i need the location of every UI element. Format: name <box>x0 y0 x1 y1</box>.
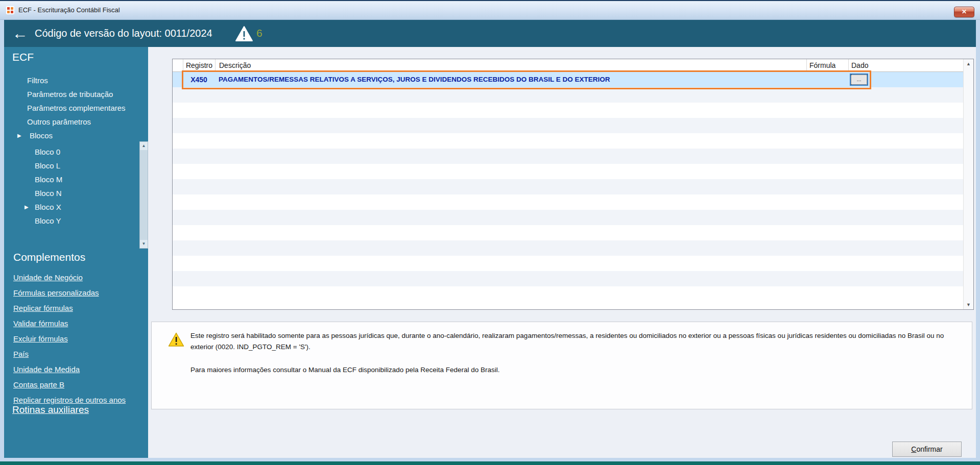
warning-count-badge: 6 <box>256 20 262 46</box>
confirm-button[interactable]: Confirmar <box>892 442 962 457</box>
sidebar-item-label: Parâmetros de tributação <box>27 90 113 99</box>
row-registro: X450 <box>183 72 215 87</box>
sidebar-item-label: Blocos <box>30 131 53 140</box>
app-logo-icon <box>6 6 14 14</box>
tree-expand-icon[interactable]: ▶ <box>17 129 21 142</box>
sidebar-link-unidade-de-neg-cio[interactable]: Unidade de Negócio <box>13 270 146 285</box>
sidebar-link-replicar-f-rmulas[interactable]: Replicar fórmulas <box>13 301 146 316</box>
sidebar-link-contas-parte-b[interactable]: Contas parte B <box>13 377 146 393</box>
table-row-empty[interactable] <box>173 87 963 103</box>
sidebar-item-label: Bloco L <box>35 161 60 170</box>
row-descricao: PAGAMENTOS/REMESSAS RELATIVOS A SERVIÇOS… <box>219 72 958 87</box>
sidebar-link-validar-f-rmulas[interactable]: Validar fórmulas <box>13 316 146 331</box>
sidebar-title: ECF <box>12 51 34 63</box>
back-arrow-icon[interactable]: ← <box>12 22 28 45</box>
window-title: ECF - Escrituração Contábil Fiscal <box>18 1 120 19</box>
scroll-up-icon[interactable]: ▲ <box>964 59 973 68</box>
table-row-empty[interactable] <box>173 286 963 302</box>
sidebar-item-bloco-n[interactable]: Bloco N <box>4 186 148 200</box>
main-panel: Registro Descrição Fórmula Dado X450 PAG… <box>148 47 976 458</box>
sidebar-item-label: Outros parâmetros <box>27 117 91 126</box>
table-row-empty[interactable] <box>173 194 963 210</box>
sidebar-link-pa-s[interactable]: País <box>13 347 146 362</box>
tree-expand-icon[interactable]: ▶ <box>25 200 29 214</box>
sidebar-item-bloco-0[interactable]: Bloco 0 <box>4 145 148 159</box>
table-row-empty[interactable] <box>173 225 963 240</box>
table-row-empty[interactable] <box>173 133 963 149</box>
scroll-up-icon[interactable]: ▲ <box>140 142 148 150</box>
sidebar-item-par-metros-complementares[interactable]: Parâmetros complementares <box>4 101 148 115</box>
sidebar-item-label: Bloco 0 <box>35 148 60 156</box>
table-row-selected[interactable]: X450 PAGAMENTOS/REMESSAS RELATIVOS A SER… <box>173 72 963 87</box>
grid-header-dado[interactable]: Dado <box>848 59 964 71</box>
application-window: ECF - Escrituração Contábil Fiscal ✕ ← C… <box>0 0 980 465</box>
grid-header: Registro Descrição Fórmula Dado <box>173 59 963 72</box>
warning-triangle-icon[interactable] <box>235 26 253 44</box>
info-paragraph-2: Para maiores informações consultar o Man… <box>190 364 959 376</box>
table-row-empty[interactable] <box>173 103 963 118</box>
sidebar-item-label: Bloco X <box>35 203 61 211</box>
table-row-empty[interactable] <box>173 118 963 133</box>
sidebar-link-unidade-de-medida[interactable]: Unidade de Medida <box>13 362 146 377</box>
complements-heading: Complementos <box>13 251 85 263</box>
table-row-empty[interactable] <box>173 164 963 179</box>
sidebar-item-label: Bloco Y <box>35 216 61 225</box>
info-text: Este registro será habilitado somente pa… <box>190 330 959 376</box>
close-icon: ✕ <box>962 8 967 15</box>
sidebar-item-bloco-y[interactable]: Bloco Y <box>4 214 148 228</box>
sidebar-links: Unidade de NegócioFórmulas personalizada… <box>13 270 146 408</box>
table-row-empty[interactable] <box>173 271 963 286</box>
sidebar: ECF FiltrosParâmetros de tributaçãoParâm… <box>4 47 148 458</box>
sidebar-item-filtros[interactable]: Filtros <box>4 74 148 87</box>
grid-header-registro[interactable]: Registro <box>183 59 215 71</box>
info-paragraph-1: Este registro será habilitado somente pa… <box>190 330 959 352</box>
sidebar-item-label: Parâmetros complementares <box>27 104 126 112</box>
grid-body: X450 PAGAMENTOS/REMESSAS RELATIVOS A SER… <box>173 72 963 309</box>
dado-ellipsis-button[interactable]: ... <box>850 74 868 86</box>
records-grid: Registro Descrição Fórmula Dado X450 PAG… <box>172 59 974 310</box>
table-row-empty[interactable] <box>173 240 963 256</box>
warning-icon <box>168 332 184 349</box>
bottom-accent-strip <box>0 461 980 465</box>
sidebar-item-outros-par-metros[interactable]: Outros parâmetros <box>4 115 148 129</box>
scroll-down-icon[interactable]: ▼ <box>964 300 973 309</box>
sidebar-items: FiltrosParâmetros de tributaçãoParâmetro… <box>4 74 148 228</box>
close-button[interactable]: ✕ <box>954 7 974 17</box>
table-row-empty[interactable] <box>173 179 963 194</box>
grid-header-descricao[interactable]: Descrição <box>215 59 806 71</box>
sidebar-item-bloco-x[interactable]: ▶Bloco X <box>4 200 148 214</box>
grid-header-formula[interactable]: Fórmula <box>806 59 848 71</box>
sidebar-item-label: Filtros <box>27 76 48 85</box>
table-row-empty[interactable] <box>173 256 963 271</box>
sidebar-item-bloco-m[interactable]: Bloco M <box>4 173 148 186</box>
info-panel: Este registro será habilitado somente pa… <box>151 322 972 409</box>
table-row-empty[interactable] <box>173 149 963 164</box>
titlebar[interactable]: ECF - Escrituração Contábil Fiscal ✕ <box>0 1 980 20</box>
sidebar-link-excluir-f-rmulas[interactable]: Excluir fórmulas <box>13 331 146 347</box>
ellipsis-icon: ... <box>851 75 867 85</box>
header-bar: ← Código de versão do layout: 0011/2024 … <box>4 20 976 47</box>
sidebar-item-label: Bloco N <box>35 189 62 198</box>
sidebar-link-rotinas-auxiliares[interactable]: Rotinas auxiliares <box>12 404 89 415</box>
grid-header-selector <box>173 59 183 71</box>
sidebar-item-bloco-l[interactable]: Bloco L <box>4 159 148 173</box>
scroll-down-icon[interactable]: ▼ <box>140 240 148 248</box>
sidebar-item-blocos[interactable]: ▶Blocos <box>4 129 148 142</box>
sidebar-item-par-metros-de-tributa-o[interactable]: Parâmetros de tributação <box>4 87 148 101</box>
sidebar-item-label: Bloco M <box>35 175 62 184</box>
sidebar-scrollbar[interactable]: ▲ ▼ <box>139 141 148 249</box>
sidebar-link-f-rmulas-personalizadas[interactable]: Fórmulas personalizadas <box>13 285 146 301</box>
grid-scrollbar[interactable]: ▲ ▼ <box>963 59 973 309</box>
table-row-empty[interactable] <box>173 210 963 225</box>
page-title: Código de versão do layout: 0011/2024 <box>35 20 212 46</box>
